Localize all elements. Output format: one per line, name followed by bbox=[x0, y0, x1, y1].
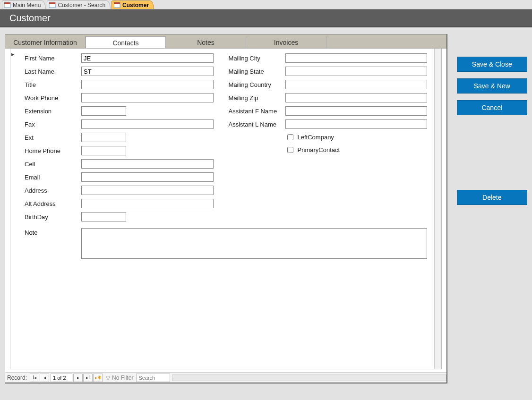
left-company-label: LeftCompany bbox=[298, 134, 334, 141]
mailing-city-label: Mailing City bbox=[229, 55, 285, 62]
primary-contact-label: PrimaryContact bbox=[298, 146, 340, 153]
vertical-scrollbar[interactable] bbox=[434, 49, 441, 369]
alt-address-label: Alt Address bbox=[25, 200, 81, 207]
mailing-country-label: Mailing Country bbox=[229, 81, 285, 88]
mailing-city-field[interactable] bbox=[285, 53, 427, 63]
form-icon bbox=[4, 2, 11, 8]
nav-last-button[interactable]: ▸I bbox=[83, 374, 93, 382]
page-title: Customer bbox=[9, 13, 51, 24]
nav-first-button[interactable]: I◂ bbox=[30, 374, 39, 382]
save-close-button[interactable]: Save & Close bbox=[457, 57, 527, 72]
last-name-field[interactable] bbox=[81, 67, 214, 76]
record-selector-icon[interactable]: ▸ bbox=[11, 51, 16, 56]
tab-customer[interactable]: Customer bbox=[112, 0, 154, 9]
nav-prev-button[interactable]: ◂ bbox=[40, 374, 49, 382]
form-icon bbox=[49, 2, 56, 8]
inner-tab-label: Customer Information bbox=[13, 39, 77, 46]
assistant-f-name-label: Assistant F Name bbox=[229, 108, 285, 115]
birthday-field[interactable] bbox=[81, 212, 126, 221]
inner-tab-label: Contacts bbox=[112, 39, 138, 47]
tab-invoices[interactable]: Invoices bbox=[246, 36, 326, 49]
svg-rect-3 bbox=[49, 2, 55, 4]
no-filter-indicator[interactable]: ▽ No Filter bbox=[106, 374, 133, 381]
alt-address-field[interactable] bbox=[81, 199, 214, 208]
home-phone-field[interactable] bbox=[81, 146, 126, 155]
mailing-zip-label: Mailing Zip bbox=[229, 94, 285, 102]
assistant-l-name-field[interactable] bbox=[285, 119, 427, 129]
fax-field[interactable] bbox=[81, 119, 214, 129]
horizontal-scrollbar[interactable] bbox=[172, 374, 446, 381]
tab-notes[interactable]: Notes bbox=[166, 36, 246, 49]
tab-label: Customer - Search bbox=[58, 2, 105, 9]
mailing-zip-field[interactable] bbox=[285, 93, 427, 102]
note-label: Note bbox=[25, 228, 81, 236]
first-name-field[interactable] bbox=[81, 53, 214, 63]
address-field[interactable] bbox=[81, 186, 214, 195]
work-phone-field[interactable] bbox=[81, 93, 214, 102]
mailing-country-field[interactable] bbox=[285, 80, 427, 89]
note-field[interactable] bbox=[81, 228, 427, 259]
tab-label: Main Menu bbox=[13, 2, 41, 9]
form-header: Customer bbox=[0, 9, 532, 27]
tab-main-menu[interactable]: Main Menu bbox=[2, 0, 46, 9]
fax-label: Fax bbox=[25, 121, 81, 128]
form-icon bbox=[114, 2, 120, 8]
save-new-button[interactable]: Save & New bbox=[457, 78, 527, 94]
form-panel: Customer Information Contacts Notes Invo… bbox=[5, 34, 447, 383]
record-search-field[interactable] bbox=[136, 374, 170, 382]
ext-field[interactable] bbox=[81, 133, 126, 142]
extension-field[interactable] bbox=[81, 106, 126, 116]
work-phone-label: Work Phone bbox=[25, 94, 81, 102]
home-phone-label: Home Phone bbox=[25, 147, 81, 154]
address-label: Address bbox=[25, 187, 81, 194]
tab-customer-search[interactable]: Customer - Search bbox=[47, 0, 111, 9]
action-buttons: Save & Close Save & New Cancel Delete bbox=[457, 34, 527, 383]
assistant-f-name-field[interactable] bbox=[285, 106, 427, 116]
record-navigator: Record: I◂ ◂ ▸ ▸I ▸✱ ▽ No Filter bbox=[5, 372, 446, 383]
record-label: Record: bbox=[7, 374, 27, 381]
tab-contacts[interactable]: Contacts bbox=[86, 36, 166, 49]
filter-icon: ▽ bbox=[106, 374, 110, 381]
email-field[interactable] bbox=[81, 172, 214, 182]
no-filter-label: No Filter bbox=[112, 374, 133, 381]
mailing-state-field[interactable] bbox=[285, 67, 427, 76]
cancel-button[interactable]: Cancel bbox=[457, 100, 527, 115]
birthday-label: BirthDay bbox=[25, 213, 81, 221]
cell-field[interactable] bbox=[81, 159, 214, 169]
left-company-checkbox[interactable] bbox=[287, 134, 293, 140]
primary-contact-checkbox[interactable] bbox=[287, 147, 293, 153]
delete-button[interactable]: Delete bbox=[457, 190, 527, 205]
title-field[interactable] bbox=[81, 80, 214, 89]
inner-tab-label: Invoices bbox=[274, 39, 298, 46]
nav-new-button[interactable]: ▸✱ bbox=[93, 374, 103, 382]
nav-next-button[interactable]: ▸ bbox=[73, 374, 83, 382]
document-tabs: Main Menu Customer - Search Customer bbox=[0, 0, 532, 9]
tab-label: Customer bbox=[122, 2, 149, 9]
inner-tab-label: Notes bbox=[197, 39, 215, 46]
extension-label: Extension bbox=[25, 108, 81, 115]
first-name-label: First Name bbox=[25, 55, 81, 62]
svg-rect-1 bbox=[4, 2, 10, 4]
inner-tabs: Customer Information Contacts Notes Invo… bbox=[5, 34, 446, 49]
tab-customer-information[interactable]: Customer Information bbox=[5, 36, 86, 49]
record-position-field[interactable] bbox=[51, 374, 72, 382]
last-name-label: Last Name bbox=[25, 68, 81, 75]
ext-label: Ext bbox=[25, 134, 81, 141]
email-label: Email bbox=[25, 174, 81, 181]
cell-label: Cell bbox=[25, 161, 81, 168]
title-label: Title bbox=[25, 81, 81, 88]
svg-rect-5 bbox=[114, 2, 120, 4]
mailing-state-label: Mailing State bbox=[229, 68, 285, 75]
assistant-l-name-label: Assistant L Name bbox=[229, 121, 285, 128]
